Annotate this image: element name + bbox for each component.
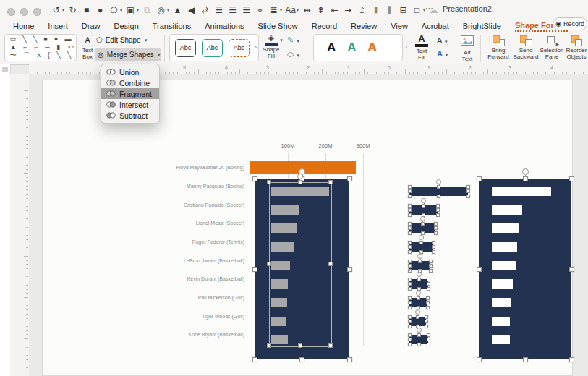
- align-left-icon[interactable]: ☰: [213, 3, 224, 17]
- align-center-icon[interactable]: ☰: [227, 3, 238, 17]
- font-icon[interactable]: Aa: [285, 3, 296, 17]
- selection-handle[interactable]: [466, 189, 470, 193]
- selection-handle[interactable]: [425, 320, 428, 323]
- selection-handle[interactable]: [347, 176, 352, 181]
- wordart-preset-3[interactable]: A: [368, 40, 377, 55]
- rotate-handle[interactable]: [297, 174, 303, 179]
- shape-glyph-icon[interactable]: ⌒: [23, 51, 30, 59]
- selection-handle[interactable]: [477, 267, 482, 272]
- selection-handle[interactable]: [429, 260, 433, 263]
- tab-animations[interactable]: Animations: [205, 22, 244, 30]
- row-distribute-icon[interactable]: ⫼: [384, 3, 395, 17]
- selection-handle[interactable]: [426, 301, 430, 304]
- shape-glyph-icon[interactable]: ─: [45, 43, 49, 51]
- frame-icon[interactable]: □: [412, 3, 422, 17]
- menu-item-subtract[interactable]: Subtract: [101, 110, 159, 121]
- shape-effects-button[interactable]: ⬭ ▼: [287, 50, 300, 59]
- selection-handle[interactable]: [466, 185, 470, 189]
- selection-handle[interactable]: [408, 195, 412, 198]
- selection-handle[interactable]: [408, 226, 412, 230]
- tab-insert[interactable]: Insert: [48, 22, 68, 30]
- selection-handle[interactable]: [437, 185, 440, 189]
- selection-handle[interactable]: [267, 180, 271, 184]
- selection-handle[interactable]: [328, 180, 333, 184]
- selection-handle[interactable]: [408, 301, 412, 304]
- selection-handle[interactable]: [466, 195, 470, 198]
- selection-handle[interactable]: [436, 204, 440, 208]
- selection-handle[interactable]: [408, 333, 412, 337]
- selection-handle[interactable]: [427, 287, 430, 291]
- selection-handle[interactable]: [408, 282, 412, 286]
- selection-handle[interactable]: [426, 306, 430, 309]
- text-box-icon[interactable]: ▣: [125, 3, 136, 17]
- selection-handle[interactable]: [436, 213, 440, 217]
- shape-style-more-icon[interactable]: ›: [255, 43, 257, 51]
- selection-handle[interactable]: [417, 278, 421, 281]
- menu-item-union[interactable]: Union: [101, 67, 159, 77]
- shape-style-preset-3[interactable]: Abc: [229, 39, 250, 57]
- selection-handle[interactable]: [328, 262, 333, 266]
- selection-handle[interactable]: [267, 343, 271, 348]
- selection-handle[interactable]: [432, 250, 435, 254]
- shapes-icon[interactable]: ⬠: [108, 3, 119, 17]
- tab-review[interactable]: Review: [351, 22, 377, 30]
- undo-icon[interactable]: ↺: [51, 3, 61, 17]
- shapes-gallery-more-icon[interactable]: ›: [72, 43, 74, 51]
- selection-handle[interactable]: [427, 338, 430, 341]
- selection-handle[interactable]: [434, 222, 438, 226]
- selection-handle[interactable]: [298, 343, 302, 348]
- shape-glyph-icon[interactable]: ◗: [67, 43, 71, 51]
- selection-handle[interactable]: [419, 241, 423, 244]
- selection-handle[interactable]: [408, 213, 412, 217]
- minimize-window-button[interactable]: [20, 8, 28, 16]
- selection-handle[interactable]: [408, 241, 412, 244]
- selection-handle[interactable]: [408, 185, 412, 189]
- tab-draw[interactable]: Draw: [82, 22, 101, 30]
- bring-forward-button[interactable]: Bring Forward: [485, 35, 511, 60]
- merge-shapes-button[interactable]: ◎ Merge Shapes ▼: [95, 48, 161, 61]
- selection-handle[interactable]: [417, 287, 421, 291]
- text-effects-button[interactable]: A ▼: [437, 49, 449, 58]
- shadow-icon[interactable]: ▲: [172, 3, 183, 17]
- align-objects-middle-icon[interactable]: ⇹: [302, 3, 312, 17]
- rotate-handle[interactable]: [417, 272, 422, 277]
- selection-handle[interactable]: [429, 269, 433, 273]
- selection-handle[interactable]: [408, 231, 412, 235]
- shape-glyph-icon[interactable]: {: [48, 51, 50, 59]
- position-icon[interactable]: ⌖: [255, 3, 265, 17]
- shape-style-preset-1[interactable]: Abc: [175, 39, 196, 57]
- shape-fill-button[interactable]: ◈ Shape Fill: [262, 34, 281, 59]
- shape-glyph-icon[interactable]: ╲: [22, 35, 26, 43]
- align-objects-right-icon[interactable]: ⇥: [343, 3, 354, 17]
- toolbar-overflow-icon[interactable]: ⋯: [425, 4, 433, 13]
- shape-glyph-icon[interactable]: ⌐: [34, 43, 38, 51]
- tab-brightslide[interactable]: BrightSlide: [463, 22, 501, 30]
- selection-handle[interactable]: [417, 296, 420, 300]
- wordart-preset-1[interactable]: A: [327, 40, 336, 55]
- selection-handle[interactable]: [252, 357, 257, 362]
- selection-handle[interactable]: [425, 325, 428, 328]
- selection-handle[interactable]: [432, 241, 435, 244]
- tab-view[interactable]: View: [391, 22, 408, 30]
- selection-handle[interactable]: [427, 343, 430, 346]
- selection-handle[interactable]: [426, 296, 430, 300]
- rotate-handle[interactable]: [417, 254, 422, 259]
- distribute-horizontal-icon[interactable]: ⇞: [315, 3, 326, 17]
- selection-handle[interactable]: [408, 250, 412, 254]
- tab-acrobat[interactable]: Acrobat: [422, 22, 449, 30]
- selection-handle[interactable]: [408, 208, 412, 212]
- shape-glyph-icon[interactable]: ■: [43, 35, 47, 43]
- selection-handle[interactable]: [408, 306, 412, 309]
- selection-handle[interactable]: [427, 282, 430, 286]
- tab-design[interactable]: Design: [114, 22, 139, 30]
- inner-selection-box[interactable]: [269, 182, 332, 347]
- selection-handle[interactable]: [418, 260, 422, 263]
- selection-pane-button[interactable]: ➤ Selection Pane: [539, 35, 565, 60]
- shape-glyph-icon[interactable]: 〜: [10, 51, 17, 59]
- selection-handle[interactable]: [328, 343, 333, 348]
- selection-handle[interactable]: [429, 264, 433, 268]
- shape-style-preset-2[interactable]: Abc: [202, 39, 223, 57]
- zoom-window-button[interactable]: [33, 8, 41, 16]
- selection-handle[interactable]: [298, 180, 302, 184]
- selection-handle[interactable]: [252, 176, 257, 181]
